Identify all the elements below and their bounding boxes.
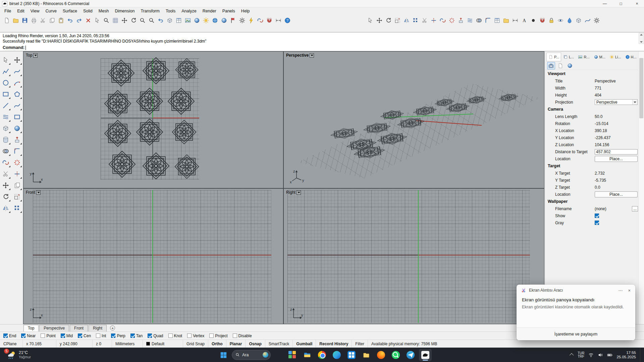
wallpaper-filename-value[interactable]: (none) bbox=[595, 206, 632, 211]
toolbar-icon-osnap-magnet[interactable] bbox=[538, 16, 547, 25]
osnap-toggle-near[interactable]: Near bbox=[21, 334, 36, 338]
sidebar-icon-sphere[interactable] bbox=[12, 123, 22, 134]
sidebar-icon-split[interactable] bbox=[12, 169, 22, 179]
toolbar-icon-array[interactable] bbox=[411, 16, 420, 25]
browse-button[interactable]: ... bbox=[632, 206, 638, 212]
toolbar-icon-magnet[interactable] bbox=[265, 16, 274, 25]
distance-to-target-field[interactable]: 457.902 bbox=[595, 149, 638, 155]
toolbar-icon-print[interactable] bbox=[29, 16, 38, 25]
command-history[interactable]: Loading Rhino Render, version 1.50, Jun … bbox=[0, 32, 644, 44]
toolbar-icon-boolean[interactable] bbox=[474, 16, 483, 25]
scroll-down-icon[interactable] bbox=[640, 41, 643, 43]
sidebar-icon-extrude[interactable] bbox=[12, 134, 22, 145]
osnap-toggle-perp[interactable]: Perp bbox=[111, 334, 125, 338]
panel-tab-materials[interactable]: M... bbox=[592, 53, 607, 61]
status-toggle-osnap[interactable]: Osnap bbox=[246, 340, 265, 348]
panel-tab-layers[interactable]: L... bbox=[561, 53, 576, 61]
toolbar-icon-scale[interactable] bbox=[393, 16, 402, 25]
sidebar-icon-join[interactable] bbox=[0, 157, 11, 168]
status-toggle-gumball[interactable]: Gumball bbox=[293, 340, 316, 348]
start-button[interactable] bbox=[217, 349, 230, 361]
toolbar-icon-delete[interactable] bbox=[84, 16, 93, 25]
menu-item[interactable]: Surface bbox=[60, 8, 80, 14]
toolbar-icon-zoom-window[interactable] bbox=[102, 16, 111, 25]
chevron-down-icon[interactable] bbox=[632, 100, 637, 105]
taskbar-app-rhino[interactable] bbox=[419, 349, 432, 361]
panel-tab-lights[interactable]: Li... bbox=[607, 53, 623, 61]
toolbar-icon-new-file[interactable] bbox=[2, 16, 11, 25]
toolbar-icon-text[interactable] bbox=[520, 16, 529, 25]
taskbar-app-store[interactable] bbox=[345, 349, 358, 361]
sidebar-icon-rotate-obj[interactable] bbox=[0, 191, 11, 202]
toolbar-icon-pan[interactable] bbox=[120, 16, 129, 25]
toolbar-icon-link[interactable] bbox=[256, 16, 265, 25]
toolbar-icon-layout[interactable] bbox=[174, 16, 183, 25]
viewport-title-perspective[interactable]: Perspective bbox=[286, 53, 314, 58]
lens-length-value[interactable]: 50.0 bbox=[595, 114, 638, 119]
sidebar-icon-mirror-obj[interactable] bbox=[0, 203, 11, 214]
menu-item[interactable]: Mesh bbox=[96, 8, 112, 14]
toolbar-icon-undo-view[interactable] bbox=[156, 16, 165, 25]
menu-item[interactable]: Dimension bbox=[112, 8, 138, 14]
show-desktop-button[interactable] bbox=[640, 348, 641, 362]
status-toggle-record-history[interactable]: Record History bbox=[316, 340, 352, 348]
battery-icon[interactable] bbox=[607, 352, 612, 358]
sidebar-icon-curve[interactable] bbox=[12, 66, 22, 77]
osnap-toggle-tan[interactable]: Tan bbox=[130, 334, 143, 338]
z-target-value[interactable]: 0.0 bbox=[595, 185, 638, 190]
volume-icon[interactable] bbox=[598, 352, 603, 358]
toolbar-icon-options[interactable] bbox=[237, 16, 247, 25]
toolbar-icon-flag[interactable] bbox=[228, 16, 237, 25]
toolbar-icon-place-box[interactable] bbox=[165, 16, 174, 25]
sidebar-icon-box[interactable] bbox=[0, 123, 11, 134]
toolbar-icon-dimension[interactable] bbox=[511, 16, 520, 25]
osnap-toggle-project[interactable]: Project bbox=[209, 334, 227, 338]
toolbar-icon-trim[interactable] bbox=[420, 16, 429, 25]
projection-select[interactable]: Perspective bbox=[595, 99, 638, 105]
layer-button[interactable]: Default bbox=[143, 340, 183, 348]
viewport-right[interactable]: Right z y bbox=[283, 188, 544, 324]
status-toggle-filter[interactable]: Filter bbox=[352, 340, 368, 348]
sidebar-icon-line[interactable] bbox=[0, 100, 11, 111]
status-toggle-grid-snap[interactable]: Grid Snap bbox=[183, 340, 208, 348]
toolbar-icon-curve-tools[interactable] bbox=[583, 16, 592, 25]
viewport-tab-right[interactable]: Right bbox=[89, 325, 107, 331]
x-location-value[interactable]: 390.18 bbox=[595, 128, 638, 133]
search-box[interactable]: Ara bbox=[232, 350, 271, 360]
wifi-icon[interactable] bbox=[588, 352, 594, 358]
viewport-title-right[interactable]: Right bbox=[286, 190, 301, 195]
toolbar-icon-lightning[interactable] bbox=[247, 16, 256, 25]
viewport-perspective[interactable]: Perspective z y x bbox=[283, 51, 544, 188]
toolbar-icon-copy[interactable] bbox=[47, 16, 56, 25]
toolbar-icon-loft[interactable] bbox=[465, 16, 474, 25]
sidebar-icon-plane[interactable] bbox=[12, 112, 22, 122]
menu-item[interactable]: Render bbox=[200, 8, 219, 14]
viewport-width-value[interactable]: 771 bbox=[595, 86, 638, 90]
panel-scrollbar[interactable] bbox=[638, 51, 644, 324]
toolbar-icon-grid-table[interactable] bbox=[492, 16, 501, 25]
toolbar-icon-settings[interactable] bbox=[592, 16, 601, 25]
toolbar-icon-join[interactable] bbox=[438, 16, 447, 25]
taskbar-app-edge[interactable] bbox=[330, 349, 343, 361]
x-target-value[interactable]: 2.732 bbox=[595, 171, 638, 176]
viewport-menu-icon[interactable] bbox=[310, 53, 314, 58]
camera-place-button[interactable]: Place... bbox=[595, 156, 638, 162]
toolbar-icon-cut[interactable] bbox=[38, 16, 47, 25]
material-properties-icon[interactable] bbox=[566, 62, 574, 69]
toolbar-icon-move[interactable] bbox=[375, 16, 384, 25]
viewport-tab-front[interactable]: Front bbox=[70, 325, 88, 331]
sidebar-icon-scale-obj[interactable] bbox=[12, 191, 22, 202]
page-properties-icon[interactable] bbox=[556, 62, 565, 69]
viewport-properties-icon[interactable] bbox=[547, 62, 555, 69]
toolbar-icon-select[interactable] bbox=[93, 16, 102, 25]
toolbar-icon-open-panel[interactable] bbox=[501, 16, 511, 25]
taskbar-app-widgets[interactable] bbox=[286, 349, 299, 361]
viewport-front[interactable]: Front z x bbox=[23, 188, 283, 324]
toolbar-icon-extrude[interactable] bbox=[456, 16, 465, 25]
toolbar-icon-undo[interactable] bbox=[65, 16, 74, 25]
sidebar-icon-rectangle[interactable] bbox=[0, 89, 11, 100]
toolbar-icon-paint[interactable] bbox=[565, 16, 574, 25]
more-options-icon[interactable]: ⋯ bbox=[618, 288, 623, 293]
toolbar-icon-point[interactable] bbox=[529, 16, 538, 25]
scrollbar-thumb[interactable] bbox=[639, 58, 643, 118]
